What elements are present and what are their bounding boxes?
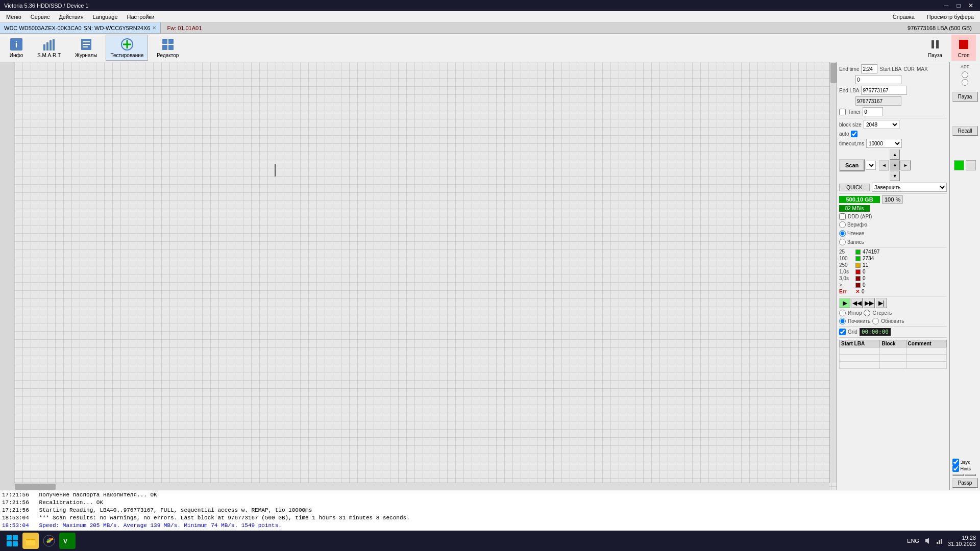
timer-input[interactable] xyxy=(863,107,883,116)
svg-rect-18 xyxy=(936,40,939,48)
scan-grid-area[interactable] xyxy=(0,62,837,490)
sleep-button[interactable]: Пауза xyxy=(952,92,978,102)
scroll-horizontal[interactable] xyxy=(14,483,829,490)
bottom-side: Звук Hints Passp xyxy=(952,459,978,488)
verify-radio[interactable] xyxy=(839,221,846,228)
end-time-input[interactable] xyxy=(861,64,877,73)
grid-scale xyxy=(0,62,14,490)
taskbar-chrome[interactable] xyxy=(41,533,57,549)
btn-small-1[interactable] xyxy=(952,474,964,476)
timer-label: Timer xyxy=(848,109,861,115)
ddd-api-checkbox[interactable] xyxy=(839,213,846,220)
toolbar-journals-button[interactable]: Журналы xyxy=(70,35,102,61)
editor-icon xyxy=(161,37,175,52)
nav-up-button[interactable]: ▲ xyxy=(890,149,900,160)
windows-start-button[interactable] xyxy=(4,533,20,549)
toolbar-test-button[interactable]: Тестирование xyxy=(106,35,148,61)
stop-button[interactable]: Стоп xyxy=(951,35,976,61)
hints-label: Hints xyxy=(961,466,971,471)
svg-rect-16 xyxy=(168,45,174,50)
quick-button[interactable]: QUICK xyxy=(839,184,870,191)
menu-item-language[interactable]: Language xyxy=(89,13,122,21)
read-radio[interactable] xyxy=(839,230,846,237)
nav-right-button[interactable]: ► xyxy=(900,160,911,170)
svg-rect-4 xyxy=(50,40,52,51)
fix-radio[interactable] xyxy=(839,318,846,324)
indicator-grey xyxy=(966,160,976,170)
menu-right: Справка Просмотр буфера xyxy=(889,13,978,21)
navigation-cross: ▲ ◄ ● ► ▼ xyxy=(879,149,911,181)
apf-radio-1[interactable] xyxy=(962,71,968,78)
passp-button[interactable]: Passp xyxy=(952,478,978,488)
svg-rect-8 xyxy=(83,44,90,45)
start-lba-input[interactable] xyxy=(855,75,901,84)
taskbar-file-explorer[interactable] xyxy=(22,533,39,549)
update-radio[interactable] xyxy=(872,318,879,324)
recall-button[interactable]: Recall xyxy=(952,126,978,136)
drive-capacity: 976773168 LBA (500 GB) xyxy=(899,22,980,33)
scroll-thumb-vertical[interactable] xyxy=(830,63,837,83)
scan-dropdown[interactable]: ▼ xyxy=(866,161,876,170)
nav-down-button[interactable]: ▼ xyxy=(890,171,900,181)
toolbar-info-button[interactable]: i Инфо xyxy=(4,35,29,61)
toolbar-smart-button[interactable]: S.M.A.R.T. xyxy=(33,35,66,61)
end-button[interactable]: ▶| xyxy=(876,298,887,308)
log-area[interactable]: 17:21:56 Получение паспорта накопителя..… xyxy=(0,490,980,531)
sound-checkbox[interactable] xyxy=(952,459,959,465)
scroll-thumb-horizontal[interactable] xyxy=(15,484,56,490)
menu-item-actions[interactable]: Действия xyxy=(55,13,87,21)
table-row xyxy=(840,355,947,362)
svg-rect-33 xyxy=(941,539,942,544)
cur-lba-row xyxy=(839,96,947,106)
timer-checkbox[interactable] xyxy=(839,109,846,115)
nav-center-button[interactable]: ● xyxy=(890,160,900,170)
hints-checkbox[interactable] xyxy=(952,465,959,472)
svg-rect-21 xyxy=(13,535,18,540)
svg-rect-25 xyxy=(26,540,35,545)
end-lba-input[interactable] xyxy=(861,86,907,95)
ignore-label: Игнор xyxy=(848,310,862,316)
grid-timer: 00:00:00 xyxy=(860,328,891,336)
next-button[interactable]: ▶▶ xyxy=(864,298,875,308)
grid-checkbox[interactable] xyxy=(839,329,846,335)
svg-rect-22 xyxy=(7,541,12,546)
speed-display: 500,10 GB xyxy=(839,196,880,203)
taskbar-victoria[interactable]: V xyxy=(59,533,76,549)
write-radio[interactable] xyxy=(839,239,846,245)
maximize-button[interactable]: □ xyxy=(953,1,964,10)
play-button[interactable]: ▶ xyxy=(839,298,850,308)
block-size-select[interactable]: 20485124096 xyxy=(864,120,899,129)
journals-icon xyxy=(79,37,93,52)
title-bar: Victoria 5.36 HDD/SSD / Device 1 ─ □ ✕ xyxy=(0,0,980,11)
scan-button[interactable]: Scan xyxy=(839,159,865,171)
timeout-row: timeout,ms 10000500030000 xyxy=(839,139,947,148)
prev-button[interactable]: ◀◀ xyxy=(851,298,863,308)
toolbar-editor-button[interactable]: Редактор xyxy=(152,35,183,61)
finish-select[interactable]: Завершить xyxy=(872,183,947,192)
menu-item-help[interactable]: Справка xyxy=(889,13,919,21)
cur-lba-display[interactable] xyxy=(855,96,901,106)
device-tab[interactable]: WDC WD5003AZEX-00K3CA0 SN: WD-WCC6Y5RN24… xyxy=(0,22,161,33)
ignore-radio[interactable] xyxy=(839,310,846,316)
menu-item-service[interactable]: Сервис xyxy=(27,13,54,21)
menu-item-settings[interactable]: Настройки xyxy=(123,13,159,21)
scroll-vertical[interactable] xyxy=(829,62,837,483)
apf-radio-2[interactable] xyxy=(962,79,968,86)
pause-button[interactable]: Пауза xyxy=(923,35,947,61)
menu-item-menu[interactable]: Меню xyxy=(2,13,26,21)
erase-radio[interactable] xyxy=(864,310,870,316)
auto-checkbox[interactable] xyxy=(851,131,857,137)
stat-color-gt xyxy=(855,283,861,288)
close-button[interactable]: ✕ xyxy=(966,1,976,10)
menu-item-buffer[interactable]: Просмотр буфера xyxy=(923,13,978,21)
minimize-button[interactable]: ─ xyxy=(941,1,951,10)
stop-icon xyxy=(957,37,971,52)
block-size-row: block size 20485124096 xyxy=(839,120,947,129)
timeout-select[interactable]: 10000500030000 xyxy=(866,139,902,148)
auto-label: auto xyxy=(839,131,849,137)
max-label: MAX xyxy=(917,66,928,72)
btn-small-2[interactable] xyxy=(965,474,976,476)
nav-left-button[interactable]: ◄ xyxy=(879,160,889,170)
close-tab-button[interactable]: ✕ xyxy=(152,25,156,31)
playback-row: ▶ ◀◀ ▶▶ ▶| xyxy=(839,298,947,308)
